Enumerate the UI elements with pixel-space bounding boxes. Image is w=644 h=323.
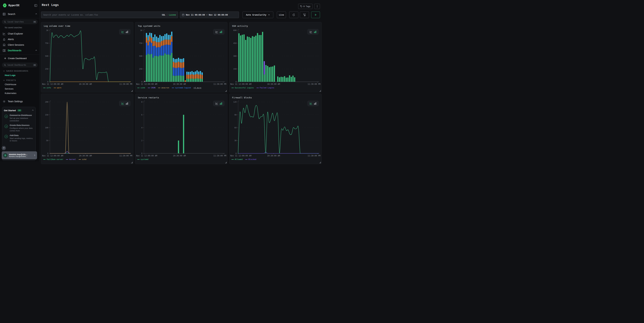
legend-item[interactable]: Allowed bbox=[232, 158, 242, 160]
svg-text:6: 6 bbox=[141, 114, 142, 116]
bar-Successful Logins bbox=[252, 36, 253, 82]
create-dashboard-button[interactable]: Create Dashboard bbox=[4, 56, 37, 61]
help-button[interactable]: ? bbox=[2, 146, 6, 150]
svg-text:0: 0 bbox=[141, 81, 142, 83]
svg-text:4: 4 bbox=[141, 127, 142, 129]
chevron-up-icon[interactable] bbox=[32, 109, 34, 112]
legend-swatch bbox=[79, 159, 81, 160]
bar-Successful Logins bbox=[260, 35, 262, 82]
sidebar-item-alerts[interactable]: Alerts bbox=[3, 37, 37, 42]
chart-plot: 86420Nov 11 12:00:00 AM10:30:00 AM11:30:… bbox=[135, 94, 228, 162]
sidebar-item-kubernetes[interactable]: Kubernetes bbox=[5, 92, 40, 95]
panel-menu-button[interactable] bbox=[314, 4, 320, 9]
legend-more-link[interactable]: +4 more bbox=[194, 87, 201, 89]
get-started-header[interactable]: Get Started 3/3 bbox=[4, 109, 34, 112]
bell-icon bbox=[3, 38, 6, 41]
bar-+4 more (a) bbox=[193, 75, 194, 79]
legend-item[interactable]: sshd bbox=[79, 158, 86, 160]
legend-item[interactable]: sshd bbox=[137, 87, 145, 89]
legend-item[interactable]: Failed Logins bbox=[256, 87, 274, 89]
series-line-Allowed bbox=[238, 105, 319, 153]
bar-systemd-logind bbox=[174, 68, 176, 76]
bar-sshd bbox=[174, 76, 176, 82]
panel-resize-handle[interactable] bbox=[225, 90, 226, 92]
journal-icon bbox=[3, 13, 6, 16]
legend-item[interactable]: Successful Logins bbox=[232, 87, 254, 89]
legend-item[interactable]: fail2ban-server bbox=[43, 158, 63, 160]
x-axis-label: 11:30:00 PM bbox=[120, 155, 132, 157]
legend-item[interactable]: kernel bbox=[66, 158, 76, 160]
bar-Successful Logins bbox=[282, 77, 284, 82]
svg-text:1K: 1K bbox=[46, 29, 48, 32]
legend-item[interactable]: CRON bbox=[148, 87, 156, 89]
svg-text:0: 0 bbox=[47, 81, 48, 83]
bar-sshd bbox=[178, 76, 179, 82]
live-button[interactable]: Live bbox=[277, 12, 286, 18]
bar-Successful Logins bbox=[269, 67, 270, 82]
saved-dashboards-heading[interactable]: SAVED DASHBOARDS bbox=[3, 70, 40, 72]
bar-+4 more (b) bbox=[178, 58, 179, 62]
lucene-mode-toggle[interactable]: Lucene bbox=[169, 14, 176, 16]
run-query-button[interactable] bbox=[311, 12, 320, 18]
chevron-up-icon[interactable] bbox=[35, 49, 37, 52]
get-started-step[interactable]: Add Data Start sending logs, metrics, or… bbox=[4, 134, 34, 142]
bar-+4 more (a) bbox=[183, 62, 184, 68]
sidebar-item-team-settings[interactable]: Team Settings bbox=[3, 99, 37, 104]
sidebar-item-client-sessions[interactable]: Client Sessions bbox=[3, 43, 37, 47]
event-search-input[interactable]: Search your events w/ Lucene ex. column:… bbox=[41, 12, 178, 18]
bar-+4 more (b) bbox=[146, 33, 147, 38]
get-started-step[interactable]: Connect to ClickHouse Set up your databa… bbox=[4, 114, 34, 122]
bar-sshd bbox=[161, 56, 162, 82]
legend-item[interactable]: info bbox=[43, 87, 51, 89]
bar-systemd-logind bbox=[159, 47, 160, 55]
bar-sshd bbox=[166, 55, 167, 82]
legend-swatch bbox=[256, 88, 259, 88]
sidebar-item-clickhouse[interactable]: ClickHouse bbox=[5, 83, 40, 86]
user-account-button[interactable]: D dominic.tran@clic... dominic.tran@clic… bbox=[2, 151, 37, 159]
bar-systemd-logind bbox=[148, 45, 149, 54]
bar-sshd bbox=[173, 76, 174, 82]
sql-mode-toggle[interactable]: SQL bbox=[162, 14, 166, 16]
sidebar-item-services[interactable]: Services bbox=[5, 88, 40, 90]
chevron-up-icon[interactable] bbox=[35, 13, 37, 16]
chart-plot: 1209060300Nov 11 12:00:00 AM10:30:00 AM1… bbox=[229, 94, 322, 162]
sidebar-item-host-logs[interactable]: Host Logs bbox=[5, 74, 40, 77]
sidebar-item-dashboards[interactable]: Dashboards bbox=[3, 48, 37, 53]
legend-item[interactable]: Blocked bbox=[245, 158, 256, 160]
sidebar-collapse-icon[interactable] bbox=[34, 4, 37, 7]
bar-Successful Logins bbox=[238, 33, 240, 82]
bar-+4 more (b) bbox=[163, 36, 164, 40]
presets-heading[interactable]: PRESETS bbox=[3, 79, 40, 81]
legend-item[interactable]: systemd bbox=[137, 158, 148, 160]
bar-sshd bbox=[193, 79, 194, 82]
saved-searches-input[interactable]: Saved Searches ⌘K bbox=[2, 20, 38, 24]
bar-sshd bbox=[154, 56, 156, 82]
sidebar-item-chart-explorer[interactable]: Chart Explorer bbox=[3, 32, 37, 36]
panel-resize-handle[interactable] bbox=[131, 90, 132, 92]
legend-item[interactable]: anacron bbox=[158, 87, 169, 89]
refresh-button[interactable] bbox=[289, 12, 298, 18]
bar-+4 more (a) bbox=[151, 38, 152, 43]
step-desc: Configure where your data comes from bbox=[10, 127, 34, 132]
bar-sshd bbox=[190, 79, 191, 82]
svg-text:200: 200 bbox=[45, 101, 48, 103]
get-started-step[interactable]: Create Data Sources Configure where your… bbox=[4, 124, 34, 132]
sidebar-item-label: Alerts bbox=[8, 38, 14, 41]
filter-button[interactable] bbox=[300, 12, 309, 18]
bar-+4 more (a) bbox=[192, 74, 192, 79]
granularity-dropdown[interactable]: Auto Granularity bbox=[242, 12, 273, 18]
saved-dashboards-input[interactable]: Saved Dashboards ⌘K bbox=[2, 63, 38, 67]
x-axis-label: 10:30:00 AM bbox=[79, 155, 92, 157]
date-range-picker[interactable]: Nov 11 00:00:00 - Nov 12 00:00:00 bbox=[180, 12, 239, 18]
bar-sshd bbox=[168, 54, 169, 82]
sidebar-item-search[interactable]: Search bbox=[3, 12, 37, 16]
tags-button[interactable]: 0 Tags bbox=[298, 4, 312, 9]
bar-Failed Logins bbox=[264, 61, 265, 75]
bar-systemd-logind bbox=[181, 68, 182, 76]
svg-text:2: 2 bbox=[141, 140, 142, 142]
legend-item[interactable]: warn bbox=[54, 87, 62, 89]
user-email: dominic.tran@clickho... bbox=[9, 155, 34, 157]
legend-label: Allowed bbox=[235, 158, 242, 160]
panel-resize-handle[interactable] bbox=[320, 90, 321, 92]
legend-item[interactable]: systemd-logind bbox=[172, 87, 191, 89]
